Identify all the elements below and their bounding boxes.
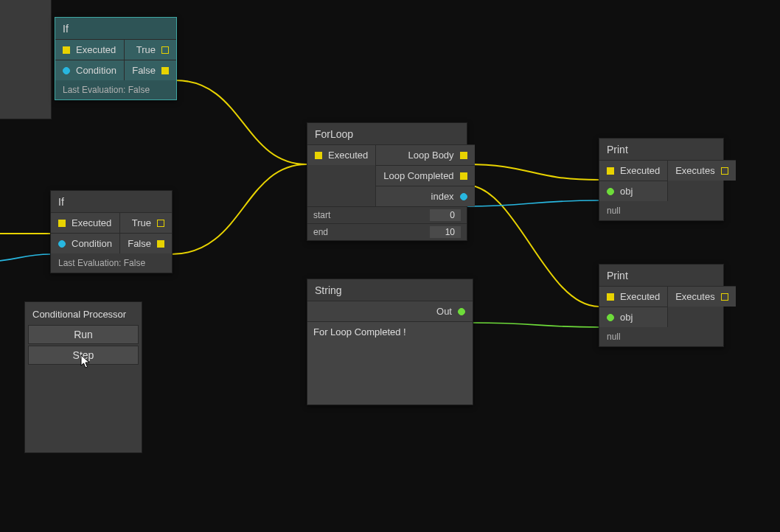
panel-title: Conditional Processor [28,305,139,323]
node-title: Print [599,265,723,286]
port-out-executes[interactable]: Executes [668,286,735,307]
port-in-executed[interactable]: Executed [599,160,667,181]
port-out-true[interactable]: True [120,212,172,233]
panel-conditional-processor[interactable]: Conditional Processor Run Step [24,301,142,453]
port-out-true[interactable]: True [125,39,176,60]
port-out-loop-body[interactable]: Loop Body [376,144,474,165]
node-print-1[interactable]: Print Executed obj Executes null [599,138,724,221]
port-out-executes[interactable]: Executes [668,160,735,181]
node-footer: null [599,201,723,220]
port-in-condition[interactable]: Condition [55,60,124,80]
port-out-out[interactable]: Out [307,301,473,321]
run-button[interactable]: Run [28,325,139,344]
node-print-2[interactable]: Print Executed obj Executes null [599,264,724,347]
param-start[interactable]: start0 [307,206,467,223]
node-footer: Last Evaluation: False [55,80,176,99]
port-in-executed[interactable]: Executed [599,286,667,307]
param-end[interactable]: end10 [307,223,467,240]
port-out-false[interactable]: False [125,60,176,80]
node-title: If [55,18,176,39]
node-title: ForLoop [307,123,467,144]
port-in-executed[interactable]: Executed [51,212,119,233]
node-title: String [307,279,473,301]
port-out-index[interactable]: index [376,186,474,206]
node-footer: null [599,327,723,346]
node-if-2[interactable]: If Executed Condition True False Last Ev… [50,190,173,273]
string-value[interactable]: For Loop Completed ! [307,321,473,405]
node-footer: Last Evaluation: False [51,253,172,273]
port-in-obj[interactable]: obj [599,307,667,327]
node-string[interactable]: String Out For Loop Completed ! [307,279,473,405]
node-if-1[interactable]: If Executed Condition True False Last Ev… [55,17,177,100]
port-in-executed[interactable]: Executed [307,144,375,165]
node-forloop[interactable]: ForLoop Executed Loop Body Loop Complete… [307,122,467,241]
port-in-condition[interactable]: Condition [51,233,119,253]
port-out-false[interactable]: False [120,233,172,253]
port-in-obj[interactable]: obj [599,181,667,201]
port-out-loop-completed[interactable]: Loop Completed [376,165,474,186]
node-title: Print [599,139,723,160]
cursor-icon [80,354,91,369]
port-in-executed[interactable]: Executed [55,39,124,60]
background-block [0,0,52,119]
node-title: If [51,191,172,212]
